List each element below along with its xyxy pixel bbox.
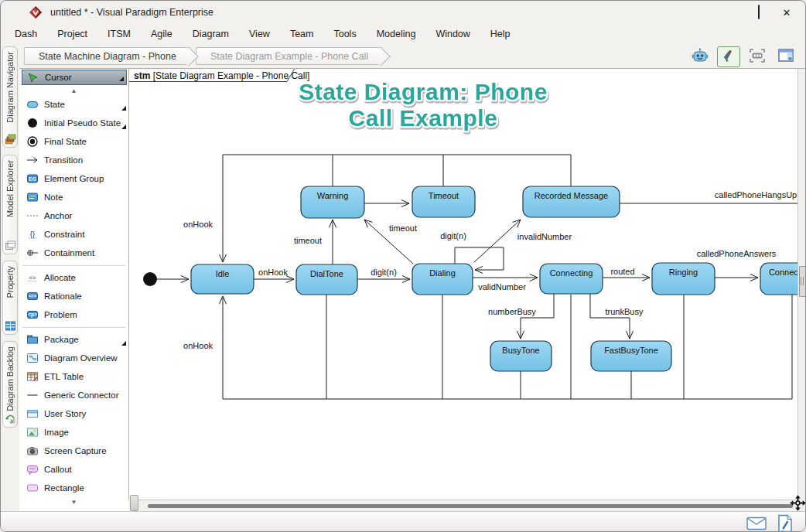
status-bar-icons bbox=[746, 514, 793, 532]
element-group-icon: EG bbox=[26, 172, 39, 185]
menu-agile[interactable]: Agile bbox=[141, 26, 183, 43]
transition-connecting-to-busytone[interactable] bbox=[521, 294, 554, 339]
pan-diagram-button[interactable] bbox=[789, 496, 806, 513]
palette-tool-rationale[interactable]: <r>Rationale bbox=[19, 287, 128, 305]
menu-window[interactable]: Window bbox=[425, 26, 480, 43]
diagram-toolbar bbox=[688, 46, 797, 67]
rationale-icon: <r> bbox=[26, 290, 39, 302]
state-icon bbox=[26, 98, 39, 111]
palette-tool-package[interactable]: Package bbox=[19, 330, 128, 349]
breadcrumb: State Machine Diagram - PhoneState Diagr… bbox=[24, 47, 388, 65]
splitter-handle[interactable] bbox=[130, 495, 138, 511]
maximize-button[interactable] bbox=[745, 3, 773, 22]
palette-tool-diagram-overview[interactable]: Diagram Overview bbox=[19, 349, 128, 367]
announcement-button[interactable] bbox=[717, 46, 740, 67]
palette-tool-element-group[interactable]: EGElement Group bbox=[19, 169, 128, 188]
palette-tool-etl-table[interactable]: ETL Table bbox=[19, 367, 128, 386]
palette-tool-constraint[interactable]: {}Constraint bbox=[19, 225, 128, 244]
palette-tool-initial-pseudo-state[interactable]: Initial Pseudo State bbox=[19, 114, 128, 132]
palette-tool-rectangle[interactable]: Rectangle bbox=[19, 479, 128, 497]
package-icon bbox=[26, 333, 39, 346]
side-tab-model-explorer[interactable]: Model Explorer bbox=[2, 155, 18, 254]
side-tab-label: Model Explorer bbox=[5, 160, 15, 217]
horizontal-scrollbar-thumb[interactable] bbox=[148, 504, 793, 508]
transition-label: invalidNumber bbox=[517, 232, 572, 241]
palette-tool-label: Package bbox=[44, 335, 79, 344]
anchor-icon bbox=[26, 210, 39, 222]
initial-pseudo-state-node[interactable] bbox=[143, 272, 157, 286]
window-controls: ✕ bbox=[717, 2, 801, 22]
transition-dialing-to-recordedmessage[interactable] bbox=[474, 220, 521, 262]
vertical-scrollbar[interactable] bbox=[797, 69, 806, 500]
transition-label: timeout bbox=[294, 236, 322, 245]
diagram-canvas[interactable]: stm [State Diagram Example - Phone Call]… bbox=[128, 69, 797, 500]
palette-tool-transition[interactable]: Transition bbox=[19, 151, 128, 169]
breadcrumb-item-1[interactable]: State Machine Diagram - Phone bbox=[24, 47, 189, 65]
palette-tool-label: Rationale bbox=[44, 292, 82, 301]
palette-tool-user-story[interactable]: User Story bbox=[19, 404, 128, 423]
palette-tool-anchor[interactable]: Anchor bbox=[19, 206, 128, 225]
storyboard-button[interactable] bbox=[746, 46, 769, 67]
palette-tool-state[interactable]: State bbox=[19, 95, 128, 114]
palette-tool-generic-connector[interactable]: Generic Connector bbox=[19, 386, 128, 404]
menu-dash[interactable]: Dash bbox=[5, 26, 47, 43]
palette-tool-note[interactable]: Note bbox=[19, 188, 128, 206]
palette-tool-final-state[interactable]: Final State bbox=[19, 132, 128, 151]
menu-modeling[interactable]: Modeling bbox=[367, 26, 426, 43]
palette-tool-label: Screen Capture bbox=[44, 446, 107, 455]
transition-label: timeout bbox=[389, 223, 417, 233]
arrowhead bbox=[286, 279, 294, 282]
state-label-connecting: Connecting bbox=[550, 268, 593, 278]
palette-scroll-down-button[interactable]: ▼ bbox=[19, 497, 128, 506]
rectangle-icon bbox=[26, 482, 39, 494]
arrowhead bbox=[530, 278, 538, 281]
side-tab-diagram-navigator[interactable]: Diagram Navigator bbox=[2, 46, 18, 148]
palette-tool-label: Problem bbox=[44, 310, 77, 319]
edit-doc-icon bbox=[777, 522, 793, 532]
mail-button[interactable] bbox=[746, 517, 767, 532]
arrowhead bbox=[401, 203, 409, 206]
menu-diagram[interactable]: Diagram bbox=[183, 26, 239, 43]
palette-scroll-up-button[interactable]: ▲ bbox=[19, 86, 128, 95]
panel-layout-button[interactable] bbox=[774, 46, 797, 67]
image-icon bbox=[26, 426, 39, 438]
menu-tools[interactable]: Tools bbox=[323, 26, 366, 43]
transition-onhook-top-bus[interactable] bbox=[223, 155, 571, 262]
palette-tool-containment[interactable]: Containment bbox=[19, 244, 128, 262]
edit-description-button[interactable] bbox=[777, 514, 793, 532]
vertical-scrollbar-thumb[interactable] bbox=[799, 266, 806, 297]
breadcrumb-item-2[interactable]: State Diagram Example - Phone Call bbox=[196, 47, 381, 65]
menu-help[interactable]: Help bbox=[480, 26, 521, 43]
diagram-title-line2[interactable]: Call Example bbox=[349, 105, 498, 131]
transition-label: calledPhoneHangsUp bbox=[715, 190, 797, 200]
diagram-title-line1[interactable]: State Diagram: Phone bbox=[299, 79, 548, 104]
final-state-icon bbox=[26, 135, 39, 148]
menu-team[interactable]: Team bbox=[280, 26, 324, 43]
arrowhead bbox=[181, 276, 189, 279]
arrowhead bbox=[220, 254, 223, 262]
screen-capture-icon bbox=[26, 445, 39, 457]
palette-tool-allocate[interactable]: «»Allocate bbox=[19, 268, 128, 287]
ai-assistant-button[interactable] bbox=[688, 46, 712, 67]
close-button[interactable]: ✕ bbox=[773, 3, 801, 22]
palette-tool-callout[interactable]: Callout bbox=[19, 460, 128, 479]
side-tab-property[interactable]: Property bbox=[2, 261, 18, 335]
menu-project[interactable]: Project bbox=[47, 26, 97, 43]
state-label-fastbusytone: FastBusyTone bbox=[604, 346, 658, 355]
breadcrumb-bar: State Machine Diagram - PhoneState Diagr… bbox=[19, 44, 806, 68]
state-label-idle: Idle bbox=[216, 269, 230, 278]
menu-view[interactable]: View bbox=[239, 26, 280, 43]
palette-tool-cursor[interactable]: Cursor bbox=[22, 70, 127, 85]
horizontal-scrollbar[interactable] bbox=[129, 500, 797, 511]
transition-connecting-to-fastbusytone[interactable] bbox=[590, 294, 630, 339]
vp-logo-icon bbox=[29, 5, 43, 19]
palette-tool-problem[interactable]: <p>Problem bbox=[19, 305, 128, 324]
state-label-recordedmessage: Recorded Message bbox=[534, 191, 608, 200]
palette-separator bbox=[19, 324, 128, 330]
palette-tool-label: Anchor bbox=[44, 211, 72, 220]
minimize-button[interactable] bbox=[717, 3, 745, 22]
palette-tool-screen-capture[interactable]: Screen Capture bbox=[19, 442, 128, 460]
side-tab-diagram-backlog[interactable]: Diagram Backlog bbox=[2, 341, 18, 428]
menu-itsm[interactable]: ITSM bbox=[97, 26, 141, 43]
palette-tool-image[interactable]: Image bbox=[19, 423, 128, 442]
